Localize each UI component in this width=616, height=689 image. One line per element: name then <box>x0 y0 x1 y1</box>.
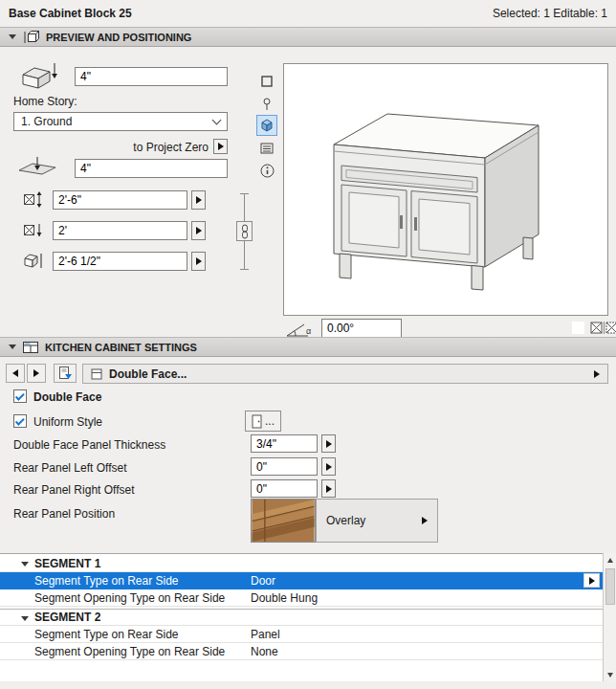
uniform-style-label: Uniform Style <box>33 415 102 429</box>
section-title-preview-positioning: PREVIEW AND POSITIONING <box>46 32 191 43</box>
reference-level-flyout-button[interactable] <box>213 139 228 154</box>
panel-thickness-flyout-button[interactable] <box>321 434 336 453</box>
panel-thickness-input[interactable] <box>251 434 318 453</box>
group-collapse-icon[interactable] <box>21 616 29 621</box>
segment-param-value: Panel <box>251 628 280 641</box>
nav-back-button[interactable] <box>6 364 25 383</box>
dimension-link-tick-top <box>240 193 249 194</box>
table-row[interactable]: Segment Type on Rear Side Door <box>0 572 603 589</box>
rear-right-offset-flyout-button[interactable] <box>321 479 336 498</box>
param-label: Rear Panel Right Offset <box>13 483 135 497</box>
flyout-arrow-icon <box>196 196 202 204</box>
home-story-select[interactable]: 1. Ground <box>13 112 228 131</box>
preview-option-checkbox[interactable] <box>572 322 584 334</box>
flyout-arrow-icon <box>326 440 332 448</box>
floor-plan-icon <box>260 75 274 88</box>
reference-level-label: to Project Zero <box>86 141 209 154</box>
arrow-up-icon <box>607 558 613 563</box>
anchor-elevation-input[interactable] <box>75 67 228 86</box>
object-settings-dialog: Base Cabinet Block 25 Selected: 1 Editab… <box>0 0 616 689</box>
section-header-kitchen-cabinet-settings[interactable]: KITCHEN CABINET SETTINGS <box>0 337 616 357</box>
element-depth-input[interactable] <box>53 221 187 240</box>
arrow-right-icon <box>33 369 39 377</box>
double-face-checkbox[interactable] <box>13 389 27 403</box>
flyout-arrow-icon <box>196 257 202 265</box>
breadcrumb-label: Double Face... <box>109 367 587 381</box>
flyout-arrow-icon <box>326 463 332 471</box>
info-icon <box>260 164 275 178</box>
collapse-triangle-icon[interactable] <box>9 34 16 39</box>
segment-group-header[interactable]: SEGMENT 2 <box>0 609 603 626</box>
page-arrow-icon <box>57 366 73 381</box>
overall-height-icon <box>23 252 44 270</box>
list-icon <box>260 143 274 154</box>
rotation-angle-icon: α <box>285 322 314 338</box>
rear-panel-position-label: Rear Panel Position <box>13 507 115 521</box>
base-elevation-icon <box>15 155 59 180</box>
breadcrumb-expand-icon[interactable] <box>594 370 600 378</box>
collapse-triangle-icon[interactable] <box>9 344 16 349</box>
element-height-input[interactable] <box>53 190 187 210</box>
arrow-left-icon <box>12 369 18 377</box>
view-info-button[interactable] <box>256 160 277 181</box>
group-collapse-icon[interactable] <box>21 562 29 567</box>
flyout-arrow-icon <box>326 485 332 493</box>
rear-panel-position-thumbnail <box>251 499 316 543</box>
nav-forward-button[interactable] <box>27 364 46 383</box>
uniform-style-picker-button[interactable]: ... <box>245 411 281 432</box>
breadcrumb-bar[interactable]: Double Face... <box>82 364 608 384</box>
double-face-label: Double Face <box>33 390 101 404</box>
segment-table-scrollbar[interactable] <box>603 553 616 681</box>
header-bar: Base Cabinet Block 25 Selected: 1 Editab… <box>0 0 616 26</box>
chain-link-icon <box>240 224 250 239</box>
flyout-arrow-icon <box>589 577 595 585</box>
rotation-angle-input[interactable] <box>321 319 402 338</box>
scrollbar-thumb[interactable] <box>605 568 615 605</box>
rear-left-offset-input[interactable] <box>251 457 318 476</box>
segment-group-header[interactable]: SEGMENT 1 <box>0 555 603 572</box>
divider <box>604 322 605 334</box>
segment-param-label: Segment Opening Type on Rear Side <box>0 645 251 658</box>
element-depth-icon <box>23 221 44 239</box>
scroll-up-button[interactable] <box>604 553 616 567</box>
segment-value-flyout-button[interactable] <box>583 573 600 588</box>
section-header-preview-positioning[interactable]: PREVIEW AND POSITIONING <box>0 27 616 47</box>
home-story-label: Home Story: <box>13 95 77 108</box>
crossed-box-icon[interactable] <box>590 322 603 334</box>
rear-panel-position-button[interactable]: Overlay <box>316 499 438 543</box>
check-icon <box>14 415 24 425</box>
rear-left-offset-flyout-button[interactable] <box>321 457 336 476</box>
crossed-box-dotted-icon[interactable] <box>605 322 616 334</box>
svg-text:α: α <box>306 326 311 336</box>
view-section-button[interactable] <box>256 94 277 115</box>
transfer-settings-button[interactable] <box>54 364 77 383</box>
element-height-flyout-button[interactable] <box>191 190 206 210</box>
page-icon <box>91 368 102 380</box>
view-floor-plan-button[interactable] <box>256 71 277 92</box>
element-depth-flyout-button[interactable] <box>191 221 206 240</box>
segment-param-value: None <box>251 645 278 658</box>
overall-height-flyout-button[interactable] <box>191 252 206 271</box>
door-panel-icon <box>252 414 262 429</box>
table-row[interactable]: Segment Type on Rear Side Panel <box>0 626 603 643</box>
flyout-arrow-icon <box>218 143 224 150</box>
section-marker-icon <box>261 98 273 111</box>
table-row[interactable]: Segment Opening Type on Rear Side Double… <box>0 589 603 607</box>
chevron-down-icon <box>212 115 222 124</box>
view-preview-picture-button[interactable] <box>256 138 277 159</box>
preview-3d-panel[interactable] <box>283 63 608 316</box>
segment-group-title: SEGMENT 1 <box>0 557 251 570</box>
rear-panel-position-value: Overlay <box>326 514 422 527</box>
scroll-down-button[interactable] <box>604 668 616 681</box>
rear-right-offset-input[interactable] <box>251 479 318 498</box>
table-row[interactable]: Segment Opening Type on Rear Side None <box>0 643 603 660</box>
overall-height-input[interactable] <box>53 252 187 271</box>
segment-param-label: Segment Type on Rear Side <box>0 574 251 588</box>
chain-link-button[interactable] <box>236 221 253 241</box>
view-3d-button[interactable] <box>256 115 277 136</box>
home-story-value: 1. Ground <box>21 115 72 128</box>
uniform-style-checkbox[interactable] <box>13 414 27 428</box>
base-elevation-input[interactable] <box>75 159 228 178</box>
param-label: Double Face Panel Thickness <box>13 438 165 452</box>
page-title: Base Cabinet Block 25 <box>9 7 132 20</box>
